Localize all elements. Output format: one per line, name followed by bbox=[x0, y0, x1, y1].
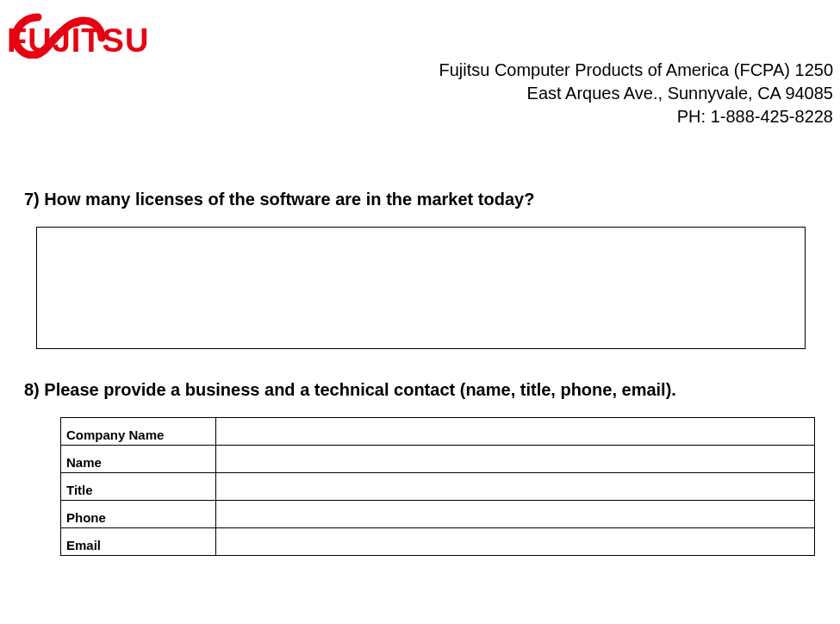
question-8-label: 8) Please provide a business and a techn… bbox=[24, 380, 816, 400]
label-name: Name bbox=[61, 446, 216, 473]
form-content: 7) How many licenses of the software are… bbox=[24, 190, 816, 556]
question-7-answer-box[interactable] bbox=[36, 227, 806, 349]
row-email: Email bbox=[61, 528, 815, 556]
label-title: Title bbox=[61, 473, 216, 501]
value-title[interactable] bbox=[216, 473, 815, 501]
row-title: Title bbox=[61, 473, 815, 501]
header-line-1: Fujitsu Computer Products of America (FC… bbox=[439, 59, 833, 82]
label-company-name: Company Name bbox=[61, 418, 216, 446]
value-company-name[interactable] bbox=[216, 418, 815, 446]
value-name[interactable] bbox=[216, 446, 815, 473]
value-phone[interactable] bbox=[216, 501, 815, 528]
row-name: Name bbox=[61, 446, 815, 473]
logo-text: FUJĬTSU bbox=[7, 22, 149, 59]
label-phone: Phone bbox=[61, 501, 216, 528]
row-phone: Phone bbox=[61, 501, 815, 528]
header-address-block: Fujitsu Computer Products of America (FC… bbox=[439, 59, 833, 128]
header-line-2: East Arques Ave., Sunnyvale, CA 94085 bbox=[439, 82, 833, 105]
fujitsu-logo-svg: FUJĬTSU bbox=[7, 9, 162, 59]
contact-table: Company Name Name Title Phone Email bbox=[60, 417, 815, 556]
header-line-3: PH: 1-888-425-8228 bbox=[439, 105, 833, 128]
label-email: Email bbox=[61, 528, 216, 556]
fujitsu-logo: FUJĬTSU bbox=[7, 9, 162, 62]
row-company-name: Company Name bbox=[61, 418, 815, 446]
question-7-label: 7) How many licenses of the software are… bbox=[24, 190, 816, 209]
value-email[interactable] bbox=[216, 528, 815, 556]
